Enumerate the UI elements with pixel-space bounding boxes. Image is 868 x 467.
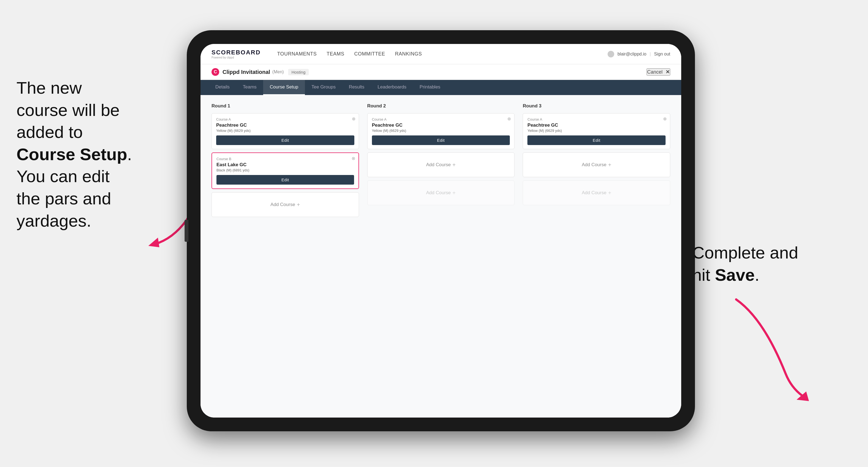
- tab-results[interactable]: Results: [342, 80, 371, 95]
- round-3-course-a-edit-button[interactable]: Edit: [527, 135, 665, 145]
- round-1-add-course-label: Add Course: [271, 202, 295, 208]
- round-2-course-a-slot: Course A: [372, 117, 510, 121]
- tournament-gender: (Men): [272, 69, 284, 74]
- svg-marker-0: [148, 238, 159, 247]
- nav-rankings[interactable]: RANKINGS: [395, 51, 422, 57]
- annotation-right-bold: Save: [715, 266, 755, 284]
- tournament-header: C Clippd Invitational (Men) Hosting Canc…: [200, 64, 681, 80]
- round-3-add-course-disabled: Add Course +: [523, 181, 670, 205]
- round-3-column: Round 3 Course A Peachtree GC Yellow (M)…: [523, 103, 670, 220]
- round-3-course-a-card: Course A Peachtree GC Yellow (M) (6629 y…: [523, 113, 670, 149]
- round-1-course-b-delete-icon[interactable]: ⊗: [351, 156, 355, 161]
- round-3-course-a-tee: Yellow (M) (6629 yds): [527, 129, 665, 133]
- round-3-label: Round 3: [523, 103, 670, 109]
- tournament-logo-icon: C: [212, 68, 219, 76]
- logo-subtitle: Powered by clippd: [212, 56, 261, 59]
- round-3-add-course-button[interactable]: Add Course +: [523, 152, 670, 177]
- round-1-course-a-slot: Course A: [216, 117, 354, 121]
- round-3-add-course-label: Add Course: [582, 162, 607, 167]
- round-2-course-a-name: Peachtree GC: [372, 123, 510, 128]
- annotation-left: The new course will be added to Course S…: [17, 77, 187, 232]
- round-1-column: Round 1 Course A Peachtree GC Yellow (M)…: [212, 103, 359, 220]
- tab-bar: Details Teams Course Setup Tee Groups Re…: [200, 80, 681, 95]
- round-1-course-b-edit-button[interactable]: Edit: [216, 175, 354, 185]
- round-1-course-a-card: Course A Peachtree GC Yellow (M) (6629 y…: [212, 113, 359, 149]
- tablet-screen: SCOREBOARD Powered by clippd TOURNAMENTS…: [200, 44, 681, 417]
- logo-area: SCOREBOARD Powered by clippd: [212, 49, 261, 59]
- round-3-course-a-slot: Course A: [527, 117, 665, 121]
- round-2-add-course-plus-icon: +: [453, 162, 456, 168]
- nav-tournaments[interactable]: TOURNAMENTS: [277, 51, 317, 57]
- round-3-course-a-name: Peachtree GC: [527, 123, 665, 128]
- round-3-course-a-delete-icon[interactable]: ⊗: [663, 116, 666, 121]
- tab-course-setup[interactable]: Course Setup: [263, 80, 305, 95]
- tab-teams[interactable]: Teams: [236, 80, 263, 95]
- round-1-course-a-name: Peachtree GC: [216, 123, 354, 128]
- tab-details[interactable]: Details: [209, 80, 236, 95]
- rounds-grid: Round 1 Course A Peachtree GC Yellow (M)…: [212, 103, 670, 220]
- round-1-course-b-slot: Course B: [216, 157, 354, 161]
- round-2-label: Round 2: [367, 103, 515, 109]
- hosting-badge: Hosting: [288, 69, 309, 75]
- app-logo-text: SCOREBOARD: [212, 49, 261, 56]
- user-email: blair@clippd.io: [618, 52, 646, 57]
- round-2-course-a-edit-button[interactable]: Edit: [372, 135, 510, 145]
- main-content: Round 1 Course A Peachtree GC Yellow (M)…: [200, 95, 681, 417]
- round-1-add-course-plus-icon: +: [297, 201, 300, 208]
- round-2-course-a-tee: Yellow (M) (6629 yds): [372, 129, 510, 133]
- arrow-right-icon: [709, 291, 818, 401]
- round-2-add-course-disabled-plus-icon: +: [453, 190, 456, 196]
- round-3-add-course-disabled-plus-icon: +: [608, 190, 612, 196]
- sign-out-link[interactable]: Sign out: [654, 52, 670, 57]
- round-1-label: Round 1: [212, 103, 359, 109]
- round-2-add-course-disabled: Add Course +: [367, 181, 515, 205]
- cancel-button[interactable]: Cancel ✕: [647, 68, 670, 75]
- tournament-name: Clippd Invitational: [222, 69, 270, 75]
- round-1-add-course-button[interactable]: Add Course +: [212, 192, 359, 217]
- round-3-add-course-plus-icon: +: [608, 162, 612, 168]
- nav-committee[interactable]: COMMITTEE: [354, 51, 385, 57]
- nav-user-area: blair@clippd.io | Sign out: [608, 51, 670, 57]
- round-1-course-a-edit-button[interactable]: Edit: [216, 135, 354, 145]
- round-2-course-a-card: Course A Peachtree GC Yellow (M) (6629 y…: [367, 113, 515, 149]
- nav-teams[interactable]: TEAMS: [327, 51, 344, 57]
- round-1-course-b-card: Course B East Lake GC Black (M) (6891 yd…: [212, 152, 359, 189]
- round-2-add-course-button[interactable]: Add Course +: [367, 152, 515, 177]
- tab-tee-groups[interactable]: Tee Groups: [305, 80, 342, 95]
- top-nav: SCOREBOARD Powered by clippd TOURNAMENTS…: [200, 44, 681, 64]
- round-1-course-b-name: East Lake GC: [216, 162, 354, 167]
- round-2-add-course-disabled-label: Add Course: [426, 190, 451, 195]
- app-container: SCOREBOARD Powered by clippd TOURNAMENTS…: [200, 44, 681, 417]
- annotation-left-bold: Course Setup: [17, 145, 127, 164]
- round-1-course-a-delete-icon[interactable]: ⊗: [352, 116, 355, 121]
- main-nav: TOURNAMENTS TEAMS COMMITTEE RANKINGS: [277, 51, 597, 57]
- user-avatar: [608, 51, 614, 57]
- round-1-course-b-tee: Black (M) (6891 yds): [216, 168, 354, 172]
- round-3-add-course-disabled-label: Add Course: [582, 190, 607, 195]
- cancel-x-icon: ✕: [665, 69, 670, 75]
- cancel-label: Cancel: [647, 69, 662, 75]
- tab-leaderboards[interactable]: Leaderboards: [371, 80, 413, 95]
- round-2-add-course-label: Add Course: [426, 162, 451, 167]
- svg-marker-1: [797, 392, 809, 401]
- round-1-course-a-tee: Yellow (M) (6629 yds): [216, 129, 354, 133]
- round-2-column: Round 2 Course A Peachtree GC Yellow (M)…: [367, 103, 515, 220]
- tablet-device: SCOREBOARD Powered by clippd TOURNAMENTS…: [187, 30, 695, 431]
- round-2-course-a-delete-icon[interactable]: ⊗: [507, 116, 511, 121]
- tab-printables[interactable]: Printables: [413, 80, 447, 95]
- annotation-right: Complete and hit Save.: [692, 242, 846, 286]
- tablet-home-button[interactable]: [185, 220, 188, 242]
